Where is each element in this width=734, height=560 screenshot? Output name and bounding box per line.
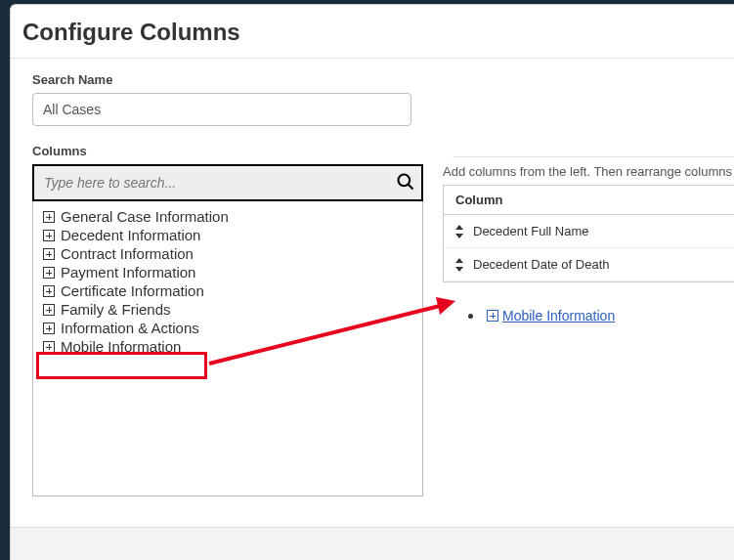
reorder-icon[interactable]	[455, 225, 463, 238]
tree-item-label: Contract Information	[61, 245, 194, 262]
expand-icon	[43, 304, 55, 316]
search-icon	[396, 172, 415, 192]
tree-item-label: Mobile Information	[61, 338, 181, 355]
table-row[interactable]: Decedent Date of Death	[444, 248, 734, 281]
divider	[453, 156, 734, 157]
expand-icon	[43, 248, 55, 260]
modal-body: Search Name Columns General Case Informa…	[11, 59, 734, 496]
add-mobile-information-link[interactable]: Mobile Information	[502, 308, 615, 323]
search-name-label: Search Name	[32, 72, 712, 87]
search-name-input[interactable]	[32, 93, 411, 126]
tree-item-certificate-information[interactable]: Certificate Information	[37, 281, 418, 300]
selected-columns-table: Column Decedent Full Name Decedent Date …	[443, 185, 734, 282]
tree-item-label: Family & Friends	[61, 301, 171, 318]
tree-item-payment-information[interactable]: Payment Information	[37, 263, 418, 281]
modal-title: Configure Columns	[11, 5, 734, 58]
svg-point-0	[399, 175, 410, 187]
add-icon	[487, 310, 498, 322]
tree-item-information-actions[interactable]: Information & Actions	[37, 319, 418, 337]
tree-item-decedent-information[interactable]: Decedent Information	[37, 226, 418, 244]
tree-item-label: General Case Information	[61, 208, 229, 225]
tree-item-family-friends[interactable]: Family & Friends	[37, 300, 418, 319]
columns-search-input[interactable]	[32, 164, 423, 201]
bullet-icon	[468, 314, 473, 319]
tree-item-label: Decedent Information	[61, 227, 200, 243]
tree-item-label: Payment Information	[61, 264, 195, 280]
add-column-row: Mobile Information	[443, 308, 734, 323]
reorder-icon[interactable]	[455, 258, 463, 272]
expand-icon	[43, 230, 55, 241]
instruction-text: Add columns from the left. Then rearrang…	[443, 164, 734, 179]
expand-icon	[43, 285, 55, 297]
column-header: Column	[444, 186, 734, 215]
column-name: Decedent Full Name	[473, 224, 589, 238]
expand-icon	[43, 211, 55, 223]
table-row[interactable]: Decedent Full Name	[444, 215, 734, 248]
expand-icon	[43, 267, 55, 279]
modal-footer	[11, 527, 734, 560]
selected-columns-panel: Add columns from the left. Then rearrang…	[443, 164, 734, 496]
tree-item-general-case-information[interactable]: General Case Information	[37, 207, 418, 226]
tree-item-label: Information & Actions	[61, 320, 199, 336]
available-columns-panel: General Case Information Decedent Inform…	[32, 164, 423, 496]
tree-item-label: Certificate Information	[61, 282, 204, 299]
expand-icon	[43, 323, 55, 334]
configure-columns-modal: Configure Columns Search Name Columns Ge…	[10, 4, 734, 560]
columns-tree: General Case Information Decedent Inform…	[32, 201, 423, 496]
tree-item-mobile-information[interactable]: Mobile Information	[37, 337, 418, 356]
expand-icon	[43, 341, 55, 353]
svg-line-1	[409, 185, 413, 190]
tree-item-contract-information[interactable]: Contract Information	[37, 244, 418, 263]
column-name: Decedent Date of Death	[473, 257, 609, 272]
